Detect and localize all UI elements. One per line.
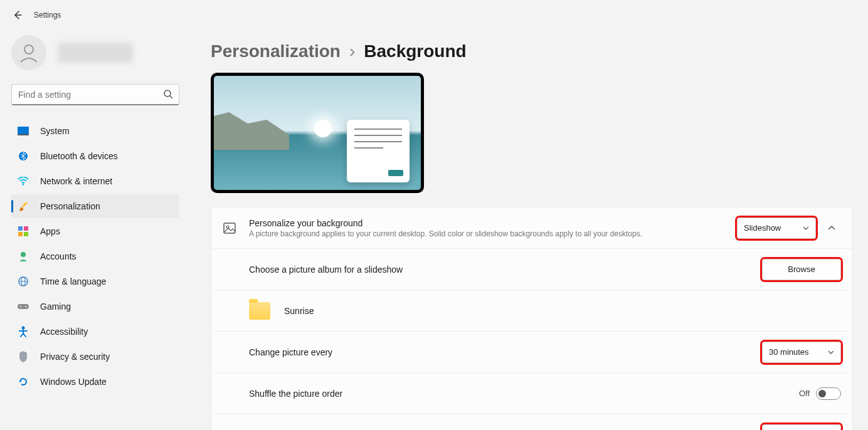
- fit-dropdown[interactable]: Fill: [762, 424, 841, 430]
- sidebar-item-privacy[interactable]: Privacy & security: [11, 345, 179, 369]
- setting-title: Personalize your background: [249, 218, 737, 228]
- setting-shuffle: Shuffle the picture order Off: [211, 373, 852, 414]
- svg-rect-5: [18, 134, 29, 135]
- chevron-down-icon: [803, 226, 809, 230]
- svg-point-18: [25, 306, 26, 307]
- chevron-right-icon: ›: [349, 41, 355, 61]
- sidebar-item-network[interactable]: Network & internet: [11, 169, 179, 193]
- search-input[interactable]: [11, 84, 179, 105]
- apps-icon: [18, 226, 29, 237]
- sidebar-item-label: Accounts: [40, 251, 77, 261]
- toggle-state-label: Off: [799, 389, 810, 398]
- sidebar-item-accessibility[interactable]: Accessibility: [11, 320, 179, 343]
- svg-point-1: [24, 45, 33, 54]
- svg-rect-9: [24, 226, 28, 231]
- desktop-preview: [211, 73, 424, 193]
- background-type-dropdown[interactable]: Slideshow: [737, 218, 816, 239]
- svg-point-2: [164, 90, 171, 97]
- system-icon: [18, 125, 29, 137]
- setting-title: Choose a picture album for a slideshow: [249, 265, 762, 275]
- dropdown-value: Slideshow: [744, 223, 781, 233]
- accounts-icon: [18, 251, 29, 262]
- svg-point-19: [22, 327, 25, 330]
- svg-point-12: [21, 252, 26, 257]
- svg-point-21: [226, 226, 229, 228]
- avatar: [11, 35, 46, 70]
- page-title: Background: [364, 41, 466, 61]
- shield-icon: [18, 351, 29, 362]
- shuffle-toggle[interactable]: [816, 387, 841, 400]
- sidebar-item-label: Bluetooth & devices: [40, 151, 118, 161]
- svg-point-17: [20, 306, 21, 307]
- wifi-icon: [18, 176, 29, 187]
- svg-rect-11: [24, 232, 28, 236]
- folder-icon: [249, 302, 270, 320]
- user-name-redacted: [58, 43, 133, 63]
- globe-icon: [18, 276, 29, 287]
- sidebar-item-system[interactable]: System: [11, 119, 179, 143]
- sidebar-item-label: Accessibility: [40, 327, 88, 337]
- setting-change-interval: Change picture every 30 minutes: [211, 332, 852, 373]
- setting-fit: Choose a fit for your desktop image Fill: [211, 414, 852, 430]
- interval-dropdown[interactable]: 30 minutes: [762, 342, 841, 363]
- selected-folder[interactable]: Sunrise: [211, 290, 852, 332]
- back-arrow-icon[interactable]: [13, 10, 23, 20]
- sidebar-item-label: Privacy & security: [40, 352, 110, 362]
- svg-rect-10: [18, 232, 23, 236]
- chevron-down-icon: [828, 350, 834, 354]
- svg-rect-4: [18, 127, 29, 134]
- sidebar-item-label: Personalization: [40, 201, 100, 211]
- setting-title: Change picture every: [249, 347, 762, 357]
- dropdown-value: 30 minutes: [769, 347, 809, 357]
- svg-point-7: [23, 184, 24, 186]
- sidebar-item-label: Network & internet: [40, 176, 112, 186]
- setting-choose-album: Choose a picture album for a slideshow B…: [211, 249, 852, 290]
- sidebar-item-apps[interactable]: Apps: [11, 219, 179, 243]
- user-profile[interactable]: [11, 35, 188, 70]
- browse-button[interactable]: Browse: [762, 259, 841, 280]
- accessibility-icon: [18, 326, 29, 337]
- sidebar-item-time-language[interactable]: Time & language: [11, 270, 179, 293]
- breadcrumb-parent[interactable]: Personalization: [211, 41, 341, 61]
- setting-title: Shuffle the picture order: [249, 389, 799, 399]
- setting-personalize-background: Personalize your background A picture ba…: [211, 207, 852, 249]
- search-icon: [163, 89, 173, 99]
- sidebar-item-label: Gaming: [40, 302, 71, 312]
- sidebar-item-label: Time & language: [40, 276, 106, 286]
- picture-icon: [223, 221, 236, 235]
- sidebar-item-personalization[interactable]: Personalization: [11, 194, 179, 218]
- update-icon: [18, 376, 29, 387]
- paintbrush-icon: [18, 201, 29, 212]
- svg-rect-16: [18, 304, 29, 309]
- sidebar-item-accounts[interactable]: Accounts: [11, 244, 179, 268]
- svg-rect-8: [18, 226, 23, 231]
- breadcrumb: Personalization › Background: [211, 41, 853, 61]
- bluetooth-icon: [18, 150, 29, 162]
- sidebar-item-gaming[interactable]: Gaming: [11, 295, 179, 318]
- folder-name: Sunrise: [284, 306, 314, 316]
- sidebar-item-windows-update[interactable]: Windows Update: [11, 370, 179, 394]
- sidebar-item-label: Windows Update: [40, 377, 107, 387]
- sidebar-item-label: System: [40, 126, 70, 136]
- sidebar-item-label: Apps: [40, 226, 60, 236]
- svg-rect-20: [224, 223, 235, 233]
- setting-description: A picture background applies to your cur…: [249, 229, 737, 238]
- svg-line-3: [170, 96, 172, 98]
- sidebar-item-bluetooth[interactable]: Bluetooth & devices: [11, 144, 179, 168]
- gaming-icon: [18, 301, 29, 312]
- app-title: Settings: [34, 11, 61, 19]
- collapse-toggle[interactable]: [822, 226, 841, 231]
